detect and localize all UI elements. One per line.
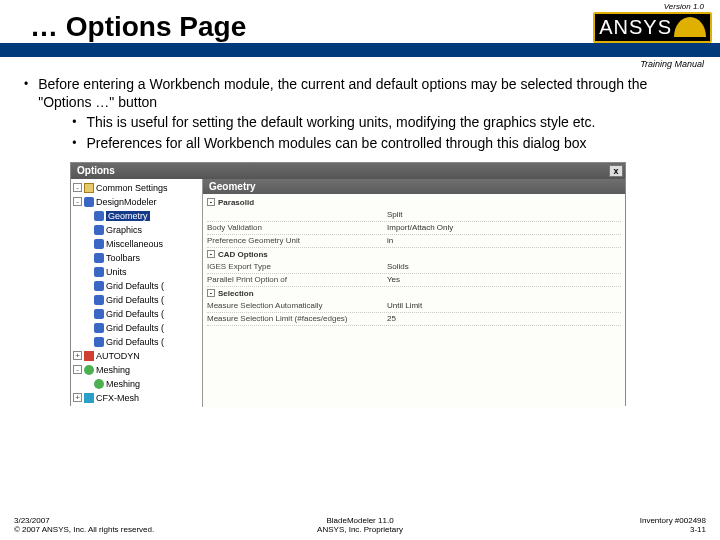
training-label: Training Manual: [0, 57, 720, 69]
close-button[interactable]: x: [609, 165, 623, 177]
tree-item[interactable]: Geometry: [73, 209, 200, 223]
footer-left: 3/23/2007 © 2007 ANSYS, Inc. All rights …: [14, 516, 154, 534]
version-label: Version 1.0: [0, 0, 720, 11]
property-value[interactable]: Solids: [387, 262, 621, 271]
panel-body: -ParasolidSplitBody ValidationImport/Att…: [203, 194, 625, 407]
property-row[interactable]: Parallel Print Option ofYes: [207, 274, 621, 287]
section-label: Selection: [218, 289, 254, 298]
options-dialog: Options x -Common Settings-DesignModeler…: [70, 162, 626, 406]
node-icon: [94, 309, 104, 319]
bullet-icon: •: [72, 115, 76, 131]
tree-item[interactable]: +CFX-Mesh: [73, 391, 200, 405]
tree-item[interactable]: -DesignModeler: [73, 195, 200, 209]
property-value[interactable]: Split: [387, 210, 621, 219]
tree-item[interactable]: Units: [73, 265, 200, 279]
node-icon: [94, 211, 104, 221]
node-icon: [84, 365, 94, 375]
tree-item[interactable]: Grid Defaults (: [73, 335, 200, 349]
tree-item[interactable]: Grid Defaults (: [73, 321, 200, 335]
bullet-main-text: Before entering a Workbench module, the …: [38, 76, 647, 110]
node-icon: [94, 379, 104, 389]
collapse-icon[interactable]: -: [207, 289, 215, 297]
property-section[interactable]: -CAD Options: [207, 248, 621, 261]
property-section[interactable]: -Parasolid: [207, 196, 621, 209]
tree-label: Common Settings: [96, 183, 168, 193]
property-key: IGES Export Type: [207, 262, 387, 271]
bullet-sub-text: This is useful for setting the default w…: [86, 113, 595, 131]
property-key: Parallel Print Option of: [207, 275, 387, 284]
tree-item[interactable]: Grid Defaults (: [73, 293, 200, 307]
panel-header: Geometry: [203, 179, 625, 194]
dialog-titlebar: Options x: [71, 163, 625, 179]
expand-icon[interactable]: -: [73, 183, 82, 192]
node-icon: [94, 253, 104, 263]
footer-inventory: Inventory #002498: [640, 516, 706, 525]
node-icon: [84, 393, 94, 403]
tree-item[interactable]: Grid Defaults (: [73, 279, 200, 293]
node-icon: [94, 239, 104, 249]
bullet-icon: •: [24, 77, 28, 152]
page-title: … Options Page: [30, 11, 246, 43]
options-panel: Geometry -ParasolidSplitBody ValidationI…: [203, 179, 625, 407]
footer-right: Inventory #002498 3-11: [640, 516, 706, 534]
node-icon: [94, 337, 104, 347]
tree-label: Units: [106, 267, 127, 277]
tree-label: DesignModeler: [96, 197, 157, 207]
tree-label: Geometry: [106, 211, 150, 221]
collapse-icon[interactable]: -: [207, 250, 215, 258]
property-row[interactable]: Split: [207, 209, 621, 222]
tree-label: Graphics: [106, 225, 142, 235]
tree-label: Meshing: [96, 365, 130, 375]
node-icon: [94, 267, 104, 277]
logo-swoosh-icon: [674, 17, 706, 37]
property-value[interactable]: in: [387, 236, 621, 245]
footer-page: 3-11: [640, 525, 706, 534]
bullet-sub-text: Preferences for all Workbench modules ca…: [86, 134, 586, 152]
tree-item[interactable]: Miscellaneous: [73, 237, 200, 251]
property-value[interactable]: Until Limit: [387, 301, 621, 310]
footer-date: 3/23/2007: [14, 516, 154, 525]
property-value[interactable]: Yes: [387, 275, 621, 284]
node-icon: [84, 351, 94, 361]
expand-icon[interactable]: -: [73, 365, 82, 374]
section-label: Parasolid: [218, 198, 254, 207]
tree-item[interactable]: Toolbars: [73, 251, 200, 265]
collapse-icon[interactable]: -: [207, 198, 215, 206]
logo-text: ANSYS: [599, 16, 672, 39]
tree-label: CFX-Mesh: [96, 393, 139, 403]
property-key: Preference Geometry Unit: [207, 236, 387, 245]
header-row: … Options Page ANSYS: [0, 11, 720, 43]
property-row[interactable]: Measure Selection AutomaticallyUntil Lim…: [207, 300, 621, 313]
property-row[interactable]: Measure Selection Limit (#faces/edges)25: [207, 313, 621, 326]
tree-item[interactable]: +AUTODYN: [73, 349, 200, 363]
tree-label: Toolbars: [106, 253, 140, 263]
tree-item[interactable]: Meshing: [73, 377, 200, 391]
expand-icon[interactable]: +: [73, 393, 82, 402]
tree-label: AUTODYN: [96, 351, 140, 361]
property-row[interactable]: IGES Export TypeSolids: [207, 261, 621, 274]
bullet-icon: •: [72, 136, 76, 152]
tree-item[interactable]: -Common Settings: [73, 181, 200, 195]
node-icon: [84, 183, 94, 193]
node-icon: [94, 323, 104, 333]
footer-copyright: © 2007 ANSYS, Inc. All rights reserved.: [14, 525, 154, 534]
property-value[interactable]: 25: [387, 314, 621, 323]
footer-center: BladeModeler 11.0 ANSYS, Inc. Proprietar…: [317, 516, 403, 534]
tree-item[interactable]: Grid Defaults (: [73, 307, 200, 321]
tree-item[interactable]: -Meshing: [73, 363, 200, 377]
tree-item[interactable]: +FE Modeler: [73, 405, 200, 407]
expand-icon[interactable]: +: [73, 351, 82, 360]
tree-item[interactable]: Graphics: [73, 223, 200, 237]
node-icon: [94, 295, 104, 305]
property-value[interactable]: Import/Attach Only: [387, 223, 621, 232]
tree-label: Grid Defaults (: [106, 295, 164, 305]
options-tree[interactable]: -Common Settings-DesignModelerGeometryGr…: [71, 179, 203, 407]
tree-label: Grid Defaults (: [106, 323, 164, 333]
property-row[interactable]: Body ValidationImport/Attach Only: [207, 222, 621, 235]
property-row[interactable]: Preference Geometry Unitin: [207, 235, 621, 248]
expand-icon[interactable]: -: [73, 197, 82, 206]
tree-label: Meshing: [106, 379, 140, 389]
tree-label: Grid Defaults (: [106, 337, 164, 347]
property-section[interactable]: -Selection: [207, 287, 621, 300]
tree-label: Grid Defaults (: [106, 309, 164, 319]
